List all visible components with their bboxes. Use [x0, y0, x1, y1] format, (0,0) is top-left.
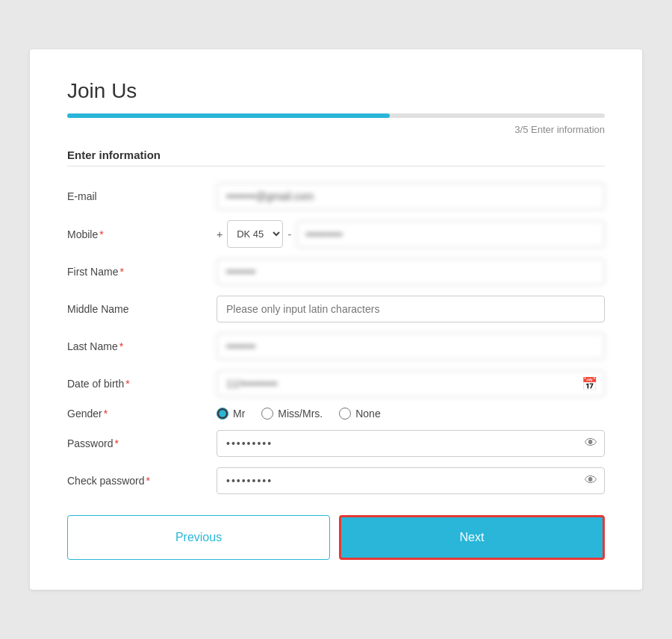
gender-mr-option[interactable]: Mr [217, 408, 245, 420]
progress-bar-fill [67, 113, 390, 118]
lastname-field[interactable] [217, 333, 605, 360]
middlename-field[interactable] [217, 296, 605, 322]
password-field-wrap: 👁 [217, 430, 605, 457]
mobile-label: Mobile* [67, 228, 217, 240]
mobile-number-input[interactable] [296, 221, 605, 248]
gender-none-option[interactable]: None [339, 408, 380, 420]
page-title: Join Us [67, 79, 605, 103]
middlename-label: Middle Name [67, 303, 217, 315]
middlename-row: Middle Name [67, 296, 605, 322]
gender-mr-label: Mr [233, 408, 245, 420]
password-field[interactable] [217, 430, 605, 457]
dob-row: Date of birth* 📅 [67, 370, 605, 397]
checkpassword-row: Check password* 👁 [67, 467, 605, 494]
lastname-row: Last Name* [67, 333, 605, 360]
middlename-field-wrap [217, 296, 605, 322]
gender-none-radio[interactable] [339, 408, 351, 420]
password-label: Password* [67, 437, 217, 449]
previous-button[interactable]: Previous [67, 515, 330, 560]
registration-card: Join Us 3/5 Enter information Enter info… [30, 49, 642, 590]
mobile-row: Mobile* + DK 45 - [67, 220, 605, 248]
lastname-label: Last Name* [67, 340, 217, 352]
password-row: Password* 👁 [67, 430, 605, 457]
mobile-dash: - [287, 228, 291, 241]
mobile-field-wrap: + DK 45 - [217, 220, 605, 248]
gender-missmrs-option[interactable]: Miss/Mrs. [261, 408, 323, 420]
mobile-country-select[interactable]: DK 45 [227, 220, 283, 248]
firstname-row: First Name* [67, 258, 605, 285]
gender-row: Gender* Mr Miss/Mrs. None [67, 408, 605, 420]
checkpassword-label: Check password* [67, 475, 217, 487]
buttons-row: Previous Next [67, 515, 605, 560]
gender-none-label: None [355, 408, 380, 420]
firstname-field-wrap [217, 258, 605, 285]
password-eye-icon[interactable]: 👁 [585, 436, 597, 451]
gender-mr-radio[interactable] [217, 408, 228, 420]
email-label: E-mail [67, 190, 217, 202]
lastname-field-wrap [217, 333, 605, 360]
gender-label: Gender* [67, 408, 217, 420]
progress-bar-container [67, 113, 605, 118]
firstname-field[interactable] [217, 258, 605, 285]
dob-field[interactable] [217, 370, 605, 397]
email-row: E-mail [67, 183, 605, 210]
gender-options-wrap: Mr Miss/Mrs. None [217, 408, 605, 420]
gender-missmrs-label: Miss/Mrs. [278, 408, 323, 420]
section-title: Enter information [67, 149, 605, 161]
calendar-icon[interactable]: 📅 [582, 376, 597, 392]
dob-field-wrap: 📅 [217, 370, 605, 397]
email-field[interactable] [217, 183, 605, 210]
next-button[interactable]: Next [339, 515, 605, 560]
gender-missmrs-radio[interactable] [261, 408, 273, 420]
firstname-label: First Name* [67, 266, 217, 278]
step-label: 3/5 Enter information [67, 124, 605, 135]
dob-label: Date of birth* [67, 378, 217, 390]
checkpassword-eye-icon[interactable]: 👁 [585, 473, 597, 488]
section-divider [67, 166, 605, 166]
checkpassword-field-wrap: 👁 [217, 467, 605, 494]
checkpassword-field[interactable] [217, 467, 605, 494]
mobile-plus-sign: + [217, 228, 223, 240]
email-field-wrap [217, 183, 605, 210]
